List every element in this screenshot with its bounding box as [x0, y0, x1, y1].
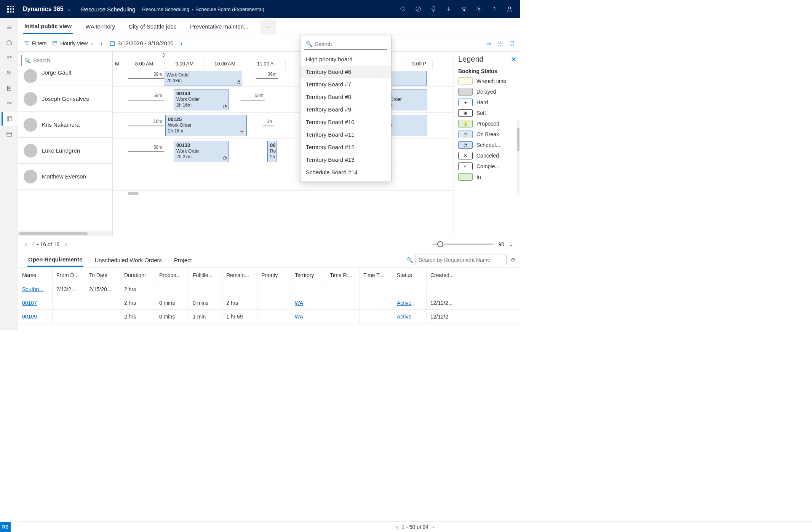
date-next-button[interactable]: › — [179, 40, 184, 47]
date-range-picker[interactable]: 3/12/2020 - 3/18/2020 — [109, 40, 174, 46]
link[interactable]: Active — [397, 314, 411, 320]
tab-initial-view[interactable]: Initial public view — [23, 19, 73, 34]
user-icon[interactable] — [502, 2, 517, 17]
column-header[interactable]: Remain... — [222, 268, 257, 282]
clipboard-icon[interactable] — [2, 81, 17, 95]
resource-row[interactable]: Joseph Gonsalves — [18, 86, 112, 112]
board-option[interactable]: Schedule Board #14 — [301, 166, 391, 178]
column-header[interactable]: Time T... — [360, 268, 393, 282]
search-icon[interactable] — [395, 2, 411, 17]
chevron-down-icon[interactable]: ⌄ — [509, 241, 513, 247]
link[interactable]: WA — [295, 314, 303, 320]
booking-block[interactable]: 00133Work Order2h 27m◔ — [174, 141, 229, 162]
view-mode-button[interactable]: Hourly view ⌄ — [52, 40, 93, 46]
link[interactable]: Active — [397, 300, 411, 306]
board-option[interactable]: Territory Board #9 — [301, 103, 391, 116]
booking-block[interactable]: Work Order2h 38m◔ — [164, 71, 242, 86]
gear-icon[interactable] — [497, 40, 504, 46]
page-prev-button[interactable]: ‹ — [25, 241, 27, 248]
board-option[interactable]: Territory Board #8 — [301, 91, 391, 103]
board-option[interactable]: Territory Board #10 — [301, 116, 391, 128]
team-list-icon[interactable] — [2, 97, 17, 110]
help-icon[interactable] — [487, 2, 502, 17]
table-row[interactable]: 001072 hrs0 mins0 mins2 hrsWAActive12/12… — [18, 296, 520, 310]
filters-button[interactable]: Filters — [24, 40, 46, 46]
resource-row[interactable]: Jorge Gault — [18, 69, 112, 86]
link[interactable]: WA — [295, 300, 303, 306]
timeline-row[interactable]: 00133Work Order2h 27m◔00Re2h — [113, 139, 454, 164]
timeline-scrollbar[interactable] — [113, 190, 454, 196]
table-row[interactable]: Southri...2/13/2...2/15/20...2 hrs — [18, 282, 520, 296]
tab-overflow-button[interactable]: ⋯ — [261, 19, 276, 34]
module-name[interactable]: Resource Scheduling — [81, 6, 136, 13]
column-header[interactable]: Fulfille... — [189, 268, 222, 282]
column-header[interactable]: Time Fr... — [326, 268, 360, 282]
column-header[interactable]: Name — [18, 268, 53, 282]
timeline-row[interactable]: 00125Work Order2h 16m☕00158Work Order2h … — [113, 113, 454, 139]
people-icon[interactable] — [2, 66, 17, 80]
tab-preventative[interactable]: Preventative mainten... — [189, 19, 250, 33]
board-search-input[interactable] — [304, 38, 387, 50]
board-option[interactable]: Territory Board #6 — [301, 65, 391, 78]
link[interactable]: 00107 — [22, 300, 37, 306]
page-next-button[interactable]: › — [65, 241, 67, 248]
resource-row[interactable]: Kris Nakamura — [18, 112, 112, 138]
column-header[interactable]: Territory — [291, 268, 326, 282]
tab-unscheduled[interactable]: Unscheduled Work Orders — [94, 254, 163, 266]
zoom-slider[interactable] — [433, 244, 494, 245]
date-prev-button[interactable]: ‹ — [99, 40, 104, 47]
column-header[interactable]: Propos... — [155, 268, 189, 282]
avatar — [24, 170, 37, 183]
schedule-icon[interactable] — [2, 112, 17, 126]
breadcrumb-item[interactable]: Resource Scheduling — [142, 6, 189, 12]
close-icon[interactable]: ✕ — [511, 55, 516, 64]
app-title[interactable]: Dynamics 365 ⌄ — [23, 6, 70, 13]
booking-block[interactable]: 00134Work Order2h 16m◔ — [174, 89, 229, 110]
task-icon[interactable] — [411, 2, 426, 17]
column-header[interactable]: Duration — [120, 268, 155, 282]
timeline-row[interactable]: 00134Work Order2h 16m◔00138Work Order2h … — [113, 87, 454, 113]
breadcrumb-item[interactable]: Schedule Board (Experimental) — [195, 6, 264, 12]
home-icon[interactable] — [2, 36, 17, 49]
resource-row[interactable]: Luke Lundgren — [18, 138, 112, 164]
refresh-icon[interactable] — [509, 40, 515, 46]
link[interactable]: Southri... — [22, 286, 43, 292]
lightbulb-icon[interactable] — [426, 2, 441, 17]
svg-point-6 — [508, 7, 511, 9]
tab-open-requirements[interactable]: Open Requirements — [27, 253, 83, 267]
booking-block[interactable]: 00125Work Order2h 16m☕ — [165, 115, 247, 136]
filter-icon[interactable] — [456, 2, 472, 17]
tab-city-seattle[interactable]: City of Seattle jobs — [127, 19, 178, 33]
requirements-search-input[interactable] — [415, 255, 507, 265]
column-header[interactable]: Status — [393, 268, 427, 282]
resource-row[interactable]: Matthew Everson — [18, 164, 112, 190]
booking-block[interactable]: 00Re2h — [267, 141, 277, 162]
table-row[interactable]: 001092 hrs0 mins1 min1 hr 59WAActive12/1… — [18, 310, 520, 323]
board-option[interactable]: High priority board — [301, 53, 391, 65]
timeline-row[interactable] — [113, 164, 454, 190]
people-list-icon[interactable] — [2, 51, 17, 65]
tab-project[interactable]: Project — [173, 254, 193, 266]
add-icon[interactable] — [441, 2, 456, 17]
app-launcher-icon[interactable] — [3, 2, 18, 17]
column-header[interactable]: From D... — [53, 268, 85, 282]
resource-search-input[interactable] — [21, 55, 109, 66]
list-view-icon[interactable] — [486, 40, 492, 46]
resource-scrollbar[interactable] — [18, 231, 112, 236]
link[interactable]: 00109 — [22, 314, 37, 320]
column-header[interactable]: To Date — [85, 268, 120, 282]
gear-icon[interactable] — [472, 2, 487, 17]
calendar-icon[interactable] — [2, 127, 17, 141]
column-header[interactable]: Priority — [257, 268, 291, 282]
board-option[interactable]: Territory Board #12 — [301, 141, 391, 153]
hamburger-icon[interactable] — [2, 21, 17, 34]
board-option[interactable]: Territory Board #7 — [301, 78, 391, 91]
timeline-row[interactable]: Work Order2h 38m◔Work Order2h 31m — [113, 70, 454, 87]
search-icon[interactable]: 🔍 — [406, 257, 413, 263]
refresh-icon[interactable]: ⟳ — [511, 257, 516, 263]
board-option[interactable]: Territory Board #13 — [301, 153, 391, 166]
tab-wa-territory[interactable]: WA territory — [84, 19, 117, 33]
board-option[interactable]: Territory Board #11 — [301, 128, 391, 141]
legend-scrollbar[interactable] — [517, 120, 519, 196]
column-header[interactable]: Created... — [427, 268, 463, 282]
